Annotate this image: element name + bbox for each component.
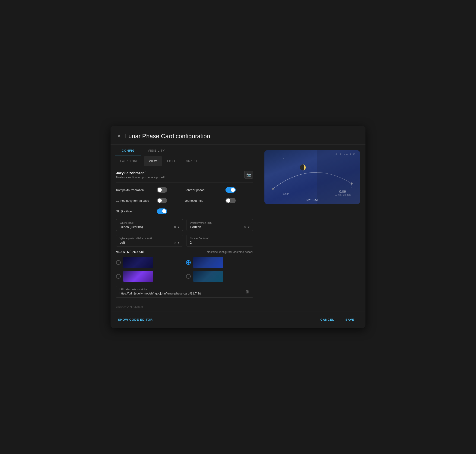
radio-bg-3[interactable] xyxy=(116,274,121,279)
url-label: URL nebo cesta k obrázku xyxy=(119,288,243,291)
toggle-thumb-zobrazit xyxy=(231,188,235,192)
preview-card: 8. 12. →← 9. 12. xyxy=(264,150,360,204)
cancel-button[interactable]: CANCEL xyxy=(317,316,338,323)
toggle-skryt[interactable] xyxy=(157,208,167,214)
right-panel: 8. 12. →← 9. 12. xyxy=(259,145,365,311)
image-icon-button[interactable]: 📷 xyxy=(244,171,253,179)
preview-now-label: Teď 13:51 xyxy=(306,198,318,202)
toggle-label-zobrazit: Zobrazit pozadí xyxy=(185,188,222,192)
toggle-row-2: 12-hodinový formát času Jednotka míle xyxy=(116,198,253,203)
select-poloha-label: Vyberte polohu Měsíce na kartě xyxy=(119,237,179,240)
footer-right-buttons: CANCEL SAVE xyxy=(317,316,358,323)
radio-bg-4[interactable] xyxy=(186,274,191,279)
toggle-item-kompaktni: Kompaktní zobrazení xyxy=(116,187,185,193)
url-input-container: URL nebo cesta k obrázku https://cdn.jsd… xyxy=(116,286,253,298)
top-tabs: CONFIG VISIBILITY xyxy=(111,145,259,156)
preview-inner: 8. 12. →← 9. 12. xyxy=(264,150,360,204)
dialog-body: CONFIG VISIBILITY LAT & LONG VIEW FONT G… xyxy=(111,145,365,311)
section-header: Jazyk a zobrazení Nastavte konfiguraci p… xyxy=(116,171,253,182)
dialog-title: Lunar Phase Card configuration xyxy=(125,133,210,140)
trash-button[interactable]: 🗑 xyxy=(245,289,250,294)
bg-section-desc: Nastavte konfiguraci vlastního pozadí xyxy=(207,250,253,254)
clear-icon[interactable]: ✕ xyxy=(174,225,176,229)
bg-section-header: VLASTNÍ POZADÍ Nastavte konfiguraci vlas… xyxy=(116,250,253,254)
radio-bg-1[interactable] xyxy=(116,260,121,265)
select-decimals-value: 2 xyxy=(190,241,192,244)
select-poloha-icons: ✕ ▾ xyxy=(174,241,179,244)
select-karta-label: Vyberte výchozí kartu xyxy=(190,222,250,224)
bg-options-grid xyxy=(116,257,253,282)
select-karta[interactable]: Vyberte výchozí kartu Horizon ✕ ▾ xyxy=(186,219,253,231)
svg-point-2 xyxy=(272,188,274,190)
tab-visibility[interactable]: VISIBILITY xyxy=(141,145,171,156)
toggle-label-mile: Jednotka míle xyxy=(185,199,222,202)
dialog-header: × Lunar Phase Card configuration xyxy=(111,126,365,145)
version-text: version: v1.9.0-beta.3 xyxy=(111,302,259,311)
time-label-left-container: 12:34 xyxy=(283,192,290,195)
chevron-down-icon-poloha[interactable]: ▾ xyxy=(178,241,179,244)
url-input-area: URL nebo cesta k obrázku https://cdn.jsd… xyxy=(119,288,243,295)
bg-option-3 xyxy=(116,271,183,282)
bg-option-1 xyxy=(116,257,183,268)
toggle-item-format: 12-hodinový formát času xyxy=(116,198,185,203)
sub-tabs: LAT & LONG VIEW FONT GRAPH xyxy=(111,156,259,166)
section-title: Jazyk a zobrazení xyxy=(116,171,164,175)
tab-graph[interactable]: GRAPH xyxy=(181,156,202,166)
tab-config[interactable]: CONFIG xyxy=(115,145,141,156)
close-button[interactable]: × xyxy=(117,133,121,139)
left-panel: CONFIG VISIBILITY LAT & LONG VIEW FONT G… xyxy=(111,145,259,311)
select-karta-icons: ✕ ▾ xyxy=(244,225,250,229)
select-jazyk-label: Vyberte jazyk xyxy=(119,222,179,224)
clear-icon-poloha[interactable]: ✕ xyxy=(174,241,176,244)
bg-preview-3[interactable] xyxy=(123,271,153,282)
toggle-item-mile: Jednotka míle xyxy=(185,198,253,203)
toggle-thumb-mile xyxy=(226,198,230,203)
select-jazyk-value-row: Czech (Čeština) ✕ ▾ xyxy=(119,225,179,229)
toggle-label-skryt: Skrýt záhlaví xyxy=(116,210,153,213)
toggle-item-zobrazit: Zobrazit pozadí xyxy=(185,187,253,193)
tab-lat-long[interactable]: LAT & LONG xyxy=(115,156,144,166)
toggle-item-skryt: Skrýt záhlaví xyxy=(116,208,253,214)
section-text: Jazyk a zobrazení Nastavte konfiguraci p… xyxy=(116,171,164,179)
select-jazyk[interactable]: Vyberte jazyk Czech (Čeština) ✕ ▾ xyxy=(116,219,183,231)
toggle-row-3: Skrýt záhlaví xyxy=(116,208,253,214)
toggle-kompaktni[interactable] xyxy=(157,187,167,193)
dialog-footer: SHOW CODE EDITOR CANCEL SAVE xyxy=(111,311,365,328)
toggle-thumb-format xyxy=(158,198,162,203)
bg-option-4 xyxy=(186,271,253,282)
select-poloha[interactable]: Vyberte polohu Měsíce na kartě Left ✕ ▾ xyxy=(116,235,183,246)
select-decimals-value-row: 2 xyxy=(190,241,250,244)
select-row-1: Vyberte jazyk Czech (Čeština) ✕ ▾ Vybert… xyxy=(116,219,253,231)
bg-option-2 xyxy=(186,257,253,268)
select-jazyk-icons: ✕ ▾ xyxy=(174,225,179,229)
bg-preview-4[interactable] xyxy=(193,271,223,282)
chevron-down-icon-karta[interactable]: ▾ xyxy=(248,225,250,229)
select-row-2: Vyberte polohu Měsíce na kartě Left ✕ ▾ … xyxy=(116,235,253,246)
clear-icon-karta[interactable]: ✕ xyxy=(244,225,246,229)
tab-view[interactable]: VIEW xyxy=(144,156,162,166)
toggle-format[interactable] xyxy=(157,198,167,203)
toggle-label-format: 12-hodinový formát času xyxy=(116,199,153,202)
bg-preview-1[interactable] xyxy=(123,257,153,268)
toggle-thumb-kompaktni xyxy=(158,188,162,192)
content-area: Jazyk a zobrazení Nastavte konfiguraci p… xyxy=(111,166,259,302)
dialog: × Lunar Phase Card configuration CONFIG … xyxy=(111,126,365,328)
radio-bg-2[interactable] xyxy=(186,260,191,265)
select-decimals-label: Number Decimals* xyxy=(190,237,250,240)
select-poloha-value: Left xyxy=(119,241,125,244)
show-code-editor-button[interactable]: SHOW CODE EDITOR xyxy=(118,318,153,321)
url-value[interactable]: https://cdn.jsdelivr.net/gh/ngocjohn/lun… xyxy=(119,292,243,295)
tab-font[interactable]: FONT xyxy=(162,156,181,166)
bg-preview-2[interactable] xyxy=(193,257,223,268)
save-button[interactable]: SAVE xyxy=(342,316,358,323)
preview-shade xyxy=(317,150,360,204)
chevron-down-icon[interactable]: ▾ xyxy=(178,225,179,229)
toggle-zobrazit[interactable] xyxy=(225,187,236,193)
bg-section-title: VLASTNÍ POZADÍ xyxy=(116,250,144,254)
toggle-mile[interactable] xyxy=(225,198,236,203)
select-decimals[interactable]: Number Decimals* 2 xyxy=(186,235,253,246)
section-subtitle: Nastavte konfiguraci pro jazyk a pozadí xyxy=(116,176,164,179)
select-poloha-value-row: Left ✕ ▾ xyxy=(119,241,179,244)
toggle-thumb-skryt xyxy=(162,209,166,213)
toggle-label-kompaktni: Kompaktní zobrazení xyxy=(116,188,153,192)
